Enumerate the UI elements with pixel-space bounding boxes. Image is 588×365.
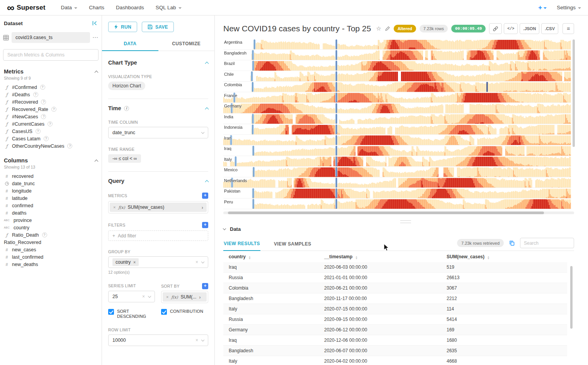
metric-chip[interactable]: × ƒ(x) SUM(new_cases) › <box>110 203 207 212</box>
add-filter-dropzone[interactable]: + Add filter <box>108 230 208 241</box>
table-column-header[interactable]: __timestamp▲▼ <box>319 251 441 262</box>
add-metric-button[interactable]: + <box>202 193 208 199</box>
resize-drag-handle[interactable] <box>400 220 411 223</box>
column-item[interactable]: #latitude <box>3 194 99 202</box>
add-filter-plus-button[interactable]: + <box>202 222 208 228</box>
remove-sort-icon[interactable]: × <box>166 295 168 299</box>
edit-title-icon[interactable] <box>385 26 390 31</box>
table-vertical-scrollbar[interactable] <box>570 266 573 329</box>
metric-item[interactable]: ƒOtherCountryNewCases? <box>3 142 99 150</box>
metric-item[interactable]: ƒ#CurrentCases? <box>3 120 99 128</box>
export-csv-button[interactable]: .CSV <box>541 23 558 34</box>
help-icon[interactable]: ? <box>42 232 47 237</box>
help-icon[interactable]: ? <box>48 121 53 126</box>
copy-results-button[interactable] <box>509 240 515 246</box>
scrollbar-thumb[interactable] <box>228 211 544 214</box>
chart-vertical-scrollbar[interactable] <box>573 39 575 147</box>
help-icon[interactable]: ? <box>41 114 46 119</box>
help-icon[interactable]: ? <box>40 85 45 90</box>
horizon-chart-canvas[interactable] <box>223 39 571 209</box>
time-range-value[interactable]: -∞ ≤ col < ∞ <box>108 154 141 163</box>
sort-icon[interactable]: ▲▼ <box>248 256 251 259</box>
nav-item-data[interactable]: Data <box>61 5 78 10</box>
new-item-button[interactable]: + <box>538 4 547 12</box>
superset-logo[interactable]: ∞ Superset <box>7 2 46 14</box>
nav-item-dashboards[interactable]: Dashboards <box>116 5 144 10</box>
dataset-selector[interactable]: covid19.cases_ts <box>12 32 90 43</box>
group-by-tag[interactable]: country × <box>112 258 139 266</box>
help-icon[interactable]: ? <box>33 92 38 97</box>
group-by-select[interactable]: country × × <box>108 256 208 268</box>
chart-menu-button[interactable]: ≡ <box>563 23 574 34</box>
sort-icon[interactable]: ▲▼ <box>355 256 357 259</box>
favorite-star-icon[interactable]: ☆ <box>376 25 381 32</box>
row-limit-select[interactable]: 10000 × <box>108 334 208 346</box>
collapse-chevron-icon[interactable] <box>95 159 99 163</box>
settings-menu[interactable]: Settings <box>557 5 581 10</box>
tab-customize[interactable]: CUSTOMIZE <box>158 38 215 51</box>
help-icon[interactable]: ? <box>67 143 72 148</box>
altered-badge[interactable]: Altered <box>394 25 416 32</box>
time-column-select[interactable]: date_trunc <box>108 127 208 138</box>
column-item[interactable]: #new_deaths <box>3 261 99 268</box>
metric-item[interactable]: ƒ#Deaths? <box>3 91 99 98</box>
series-limit-select[interactable]: 25 × <box>108 291 155 302</box>
chart-horizontal-scrollbar[interactable] <box>223 211 574 214</box>
visualization-type-value[interactable]: Horizon Chart <box>108 82 145 90</box>
add-sort-button[interactable]: + <box>202 283 208 289</box>
search-metrics-columns-input[interactable] <box>3 49 99 61</box>
more-options-icon[interactable]: ··· <box>93 35 99 40</box>
checkbox-checked-icon[interactable] <box>108 309 114 315</box>
metric-item[interactable]: ƒCases Latam? <box>3 135 99 142</box>
column-item[interactable]: Ratio_Recovered <box>3 239 99 246</box>
clear-icon[interactable]: × <box>142 294 145 299</box>
collapse-panel-icon[interactable] <box>92 20 98 26</box>
run-button[interactable]: RUN <box>108 22 137 32</box>
checkbox-checked-icon[interactable] <box>161 309 167 315</box>
column-item[interactable]: ABCprovince <box>3 217 99 224</box>
column-item[interactable]: #longitude <box>3 187 99 194</box>
column-item[interactable]: ƒRatio_Death? <box>3 231 99 239</box>
table-column-header[interactable]: country▲▼ <box>223 251 319 262</box>
clear-icon[interactable]: × <box>195 259 198 265</box>
column-item[interactable]: ABCcountry <box>3 224 99 231</box>
column-item[interactable]: #confirmed <box>3 202 99 209</box>
contribution-checkbox[interactable]: CONTRIBUTION <box>161 309 203 319</box>
nav-item-sql-lab[interactable]: SQL Lab <box>156 5 182 10</box>
table-column-header[interactable]: SUM(new_cases)▲▼ <box>441 251 567 262</box>
chart-type-section-header[interactable]: Chart Type <box>108 60 208 66</box>
metric-item[interactable]: ƒ#Recovered? <box>3 98 99 106</box>
column-item[interactable]: #deaths <box>3 209 99 217</box>
metric-item[interactable]: ƒRecovered_Rate? <box>3 106 99 113</box>
metric-item[interactable]: ƒ#Confirmed? <box>3 84 99 91</box>
copy-link-button[interactable] <box>489 23 502 34</box>
column-item[interactable]: #recovered <box>3 172 99 180</box>
save-button[interactable]: SAVE <box>142 22 174 32</box>
time-section-header[interactable]: Time i <box>108 105 208 111</box>
help-icon[interactable]: ? <box>51 107 56 112</box>
help-icon[interactable]: ? <box>36 129 41 134</box>
tab-view-results[interactable]: VIEW RESULTS <box>223 237 260 251</box>
collapse-chevron-icon[interactable] <box>95 70 99 74</box>
tab-data[interactable]: DATA <box>102 38 158 51</box>
remove-tag-icon[interactable]: × <box>133 260 136 264</box>
nav-item-charts[interactable]: Charts <box>89 5 104 10</box>
column-item[interactable]: #last_confirmed <box>3 253 99 261</box>
metric-item[interactable]: ƒ#NewCases? <box>3 113 99 120</box>
sort-icon[interactable]: ▲▼ <box>487 256 489 259</box>
embed-code-button[interactable]: </> <box>504 23 518 34</box>
column-item[interactable]: #new_cases <box>3 246 99 253</box>
sort-descending-checkbox[interactable]: SORT DESCENDING <box>108 309 155 319</box>
metric-item[interactable]: ƒCasesUS? <box>3 128 99 135</box>
help-icon[interactable]: ? <box>41 99 46 104</box>
tab-view-samples[interactable]: VIEW SAMPLES <box>274 238 312 251</box>
sort-by-chip[interactable]: × ƒ(x) SUM(... › <box>163 292 207 302</box>
collapse-data-chevron-icon[interactable] <box>223 227 226 230</box>
help-icon[interactable]: ? <box>44 136 49 141</box>
query-section-header[interactable]: Query <box>108 178 208 184</box>
remove-metric-icon[interactable]: × <box>113 205 116 210</box>
clear-icon[interactable]: × <box>195 338 198 343</box>
export-json-button[interactable]: .JSON <box>520 23 539 34</box>
column-item[interactable]: date_trunc <box>3 180 99 187</box>
results-search-input[interactable] <box>520 238 574 248</box>
